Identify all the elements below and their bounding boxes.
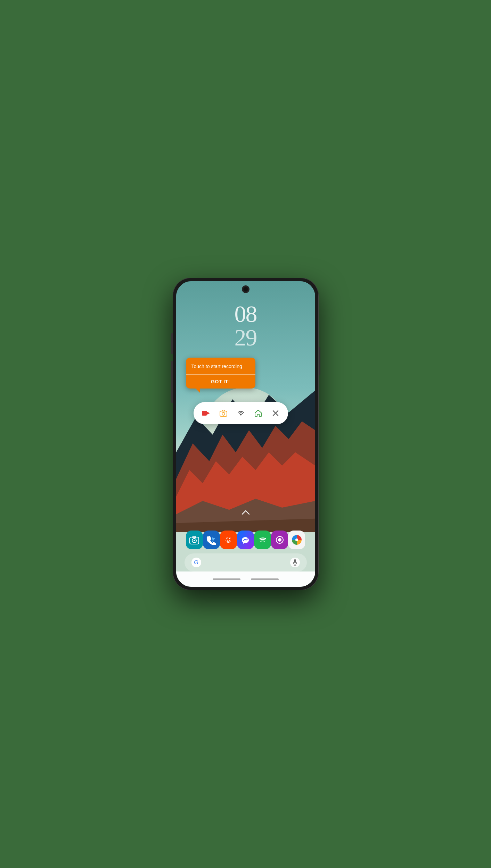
svg-point-23 [230, 537, 231, 539]
app-icon-reddit[interactable] [220, 531, 237, 549]
svg-rect-5 [202, 411, 207, 416]
google-logo: G [191, 558, 201, 567]
camera-icon [220, 409, 227, 417]
svg-point-20 [227, 540, 228, 541]
record-video-button[interactable] [198, 406, 214, 421]
svg-rect-33 [294, 559, 296, 563]
nav-pill-right [251, 578, 279, 580]
app-icon-messenger[interactable] [237, 531, 254, 549]
app-icon-pinwheel[interactable] [288, 531, 305, 549]
navigation-bar [176, 571, 315, 587]
camera-cutout [243, 286, 249, 292]
dock-apps [185, 531, 307, 549]
search-bar[interactable]: G [185, 553, 307, 571]
svg-point-25 [230, 539, 232, 540]
video-icon [202, 410, 210, 416]
screenshot-button[interactable] [216, 406, 231, 421]
tooltip-message: Touch to start recording [191, 363, 250, 370]
dock: G [185, 531, 307, 571]
mic-icon [293, 559, 297, 566]
svg-point-32 [295, 539, 298, 541]
mic-button[interactable] [290, 558, 300, 567]
home-button[interactable] [251, 406, 266, 421]
got-it-button[interactable]: GOT IT! [191, 375, 250, 389]
svg-point-15 [194, 540, 195, 541]
clock-hour: 08 [235, 302, 257, 326]
chevron-up-icon [242, 510, 250, 515]
broadcast-button[interactable] [233, 406, 248, 421]
phone-frame: 08 29 Touch to start recording GOT IT! [173, 278, 319, 590]
svg-point-30 [278, 538, 281, 542]
floating-toolbar [194, 402, 288, 424]
clock-widget: 08 29 [235, 302, 257, 349]
close-button[interactable] [268, 406, 283, 421]
nav-pill-left [213, 578, 240, 580]
tooltip-popup: Touch to start recording GOT IT! [186, 358, 255, 389]
app-drawer-arrow[interactable] [242, 509, 250, 517]
app-icon-screenrecord[interactable] [271, 531, 288, 549]
broadcast-icon [237, 410, 245, 416]
svg-marker-6 [207, 412, 210, 415]
clock-minute: 29 [235, 326, 257, 349]
svg-point-8 [222, 412, 225, 415]
app-icon-spotify[interactable] [254, 531, 271, 549]
svg-point-24 [225, 539, 227, 540]
svg-point-21 [229, 540, 230, 541]
phone-screen: 08 29 Touch to start recording GOT IT! [176, 281, 315, 587]
svg-marker-10 [255, 410, 261, 416]
close-icon [272, 410, 279, 416]
svg-point-9 [240, 414, 242, 416]
svg-point-27 [257, 535, 268, 545]
app-icon-phone[interactable] [203, 531, 220, 549]
home-icon [254, 409, 262, 417]
app-icon-camera[interactable] [186, 531, 203, 549]
